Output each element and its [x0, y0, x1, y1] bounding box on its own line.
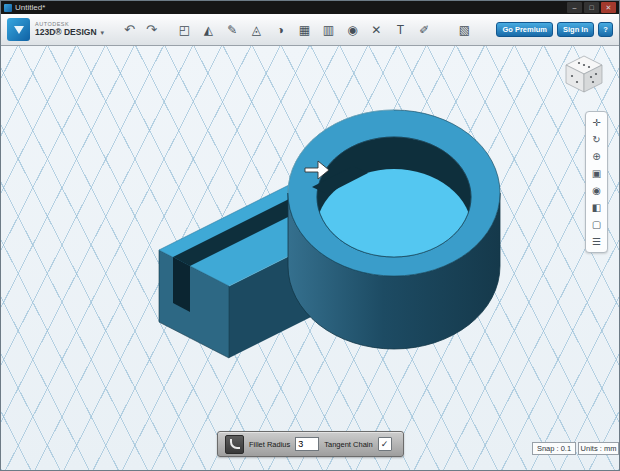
- shapes-icon[interactable]: ◭: [201, 24, 216, 36]
- logo-triangle-icon: [14, 26, 24, 34]
- help-button[interactable]: ?: [598, 22, 613, 38]
- units-status[interactable]: Units : mm: [578, 442, 619, 455]
- minimize-button[interactable]: –: [567, 2, 582, 13]
- material-icon[interactable]: ▧: [457, 24, 472, 36]
- fillet-radius-label: Fillet Radius: [249, 440, 290, 449]
- maximize-button[interactable]: □: [584, 2, 599, 13]
- shaded-view-icon[interactable]: ◧: [586, 199, 607, 216]
- window-controls: – □ ✕: [567, 2, 616, 13]
- sketch-icon[interactable]: ✎: [225, 24, 240, 36]
- pan-icon[interactable]: ✛: [586, 114, 607, 131]
- go-premium-button[interactable]: Go Premium: [496, 22, 553, 38]
- modify-icon[interactable]: ◑: [273, 24, 288, 36]
- fillet-corner-glyph: [230, 439, 240, 449]
- orbit-icon[interactable]: ↻: [586, 131, 607, 148]
- fillet-dialog: Fillet Radius Tangent Chain ✓: [217, 431, 404, 457]
- app-window: Untitled* – □ ✕ AUTODESK 123D® DESIGN ▾ …: [0, 0, 620, 471]
- window-title: Untitled*: [15, 4, 45, 12]
- look-at-icon[interactable]: ◉: [586, 182, 607, 199]
- sign-in-button[interactable]: Sign In: [557, 22, 594, 38]
- primitives-icon[interactable]: ◰: [177, 24, 192, 36]
- fillet-icon[interactable]: [225, 435, 244, 454]
- main-toolbar: AUTODESK 123D® DESIGN ▾ ↶ ↷ ◰ ◭ ✎ ◬ ◑ ▦ …: [1, 14, 619, 46]
- viewport-canvas[interactable]: [1, 46, 619, 470]
- pattern-icon[interactable]: ▦: [297, 24, 312, 36]
- close-button[interactable]: ✕: [601, 2, 616, 13]
- grouping-icon[interactable]: ▥: [321, 24, 336, 36]
- brand-product: 123D® DESIGN: [35, 28, 97, 38]
- redo-icon[interactable]: ↷: [146, 22, 157, 37]
- history-group: ↶ ↷: [124, 22, 157, 37]
- account-actions: Go Premium Sign In ?: [496, 22, 613, 38]
- zoom-icon[interactable]: ⊕: [586, 148, 607, 165]
- zoom-window-icon[interactable]: ▣: [586, 165, 607, 182]
- outline-view-icon[interactable]: ▢: [586, 216, 607, 233]
- view-toolbar: ✛ ↻ ⊕ ▣ ◉ ◧ ▢ ☰: [585, 111, 608, 253]
- brand-block: AUTODESK 123D® DESIGN: [35, 21, 97, 37]
- fillet-radius-input[interactable]: [295, 437, 319, 451]
- tangent-chain-label: Tangent Chain: [324, 440, 372, 449]
- snap-status[interactable]: Snap : 0.1: [532, 442, 576, 455]
- delete-icon[interactable]: ✕: [369, 24, 384, 36]
- app-icon: [4, 4, 12, 12]
- construct-icon[interactable]: ◬: [249, 24, 264, 36]
- title-bar: Untitled* – □ ✕: [1, 1, 619, 14]
- combine-icon[interactable]: ◉: [345, 24, 360, 36]
- menu-chevron-icon[interactable]: ▾: [101, 29, 105, 37]
- text-icon[interactable]: T: [393, 24, 408, 36]
- tool-group: ◰ ◭ ✎ ◬ ◑ ▦ ▥ ◉ ✕ T ✐ ▧: [177, 24, 472, 36]
- view-cube[interactable]: [561, 51, 607, 97]
- view-settings-icon[interactable]: ☰: [586, 233, 607, 250]
- annotation-icon[interactable]: ✐: [417, 24, 432, 36]
- app-logo-icon[interactable]: [7, 18, 30, 41]
- tangent-chain-checkbox[interactable]: ✓: [378, 437, 392, 451]
- undo-icon[interactable]: ↶: [124, 22, 135, 37]
